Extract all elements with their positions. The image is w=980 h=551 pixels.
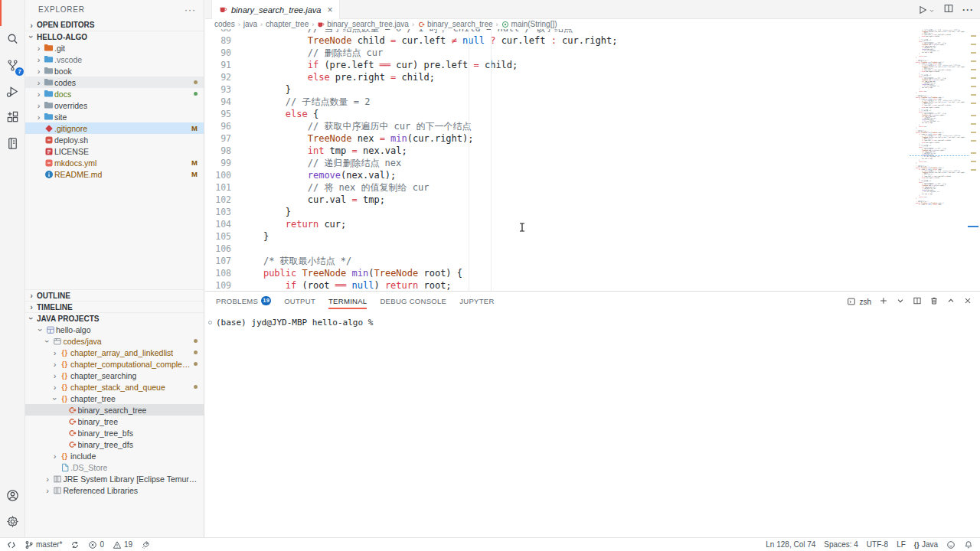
java-node-chapter_computational_complexity[interactable]: ›{}chapter_computational_complexity <box>25 358 204 370</box>
status-language-mode[interactable]: {}Java <box>914 538 938 551</box>
java-file-icon <box>219 3 227 17</box>
line-text: // 将 nex 的值复制给 cur <box>231 181 429 194</box>
minimap[interactable]: // 当子结点数量 = 0 / 1 时， child = null / 该子结点… <box>911 29 966 220</box>
outline-section[interactable]: › OUTLINE <box>25 289 204 301</box>
breadcrumb-item-chapter-tree[interactable]: chapter_tree <box>266 20 309 28</box>
file-overrides[interactable]: ›overrides <box>25 99 204 111</box>
breadcrumb-item-binary-search-tree[interactable]: binary_search_tree <box>417 20 493 28</box>
file-docs[interactable]: ›docs <box>25 88 204 99</box>
file-mkdocs.yml[interactable]: mkdocs.ymlM <box>25 157 204 168</box>
item-label: JRE System Library [Eclipse Temurin 17 [… <box>64 474 198 484</box>
code-editor[interactable]: 88 // 当子结点数量 = 0 / 1 时， child = null / 该… <box>205 29 911 291</box>
maximize-panel-button[interactable] <box>946 295 956 308</box>
terminal-profile-dropdown[interactable] <box>896 295 905 308</box>
status-eol[interactable]: LF <box>897 538 906 551</box>
file-site[interactable]: ›site <box>25 111 204 122</box>
line-text: } <box>231 83 291 96</box>
square-icon <box>43 158 54 168</box>
breadcrumb-item-java[interactable]: java <box>243 20 257 28</box>
close-panel-button[interactable] <box>963 295 972 308</box>
activity-item-notebook[interactable] <box>0 130 24 156</box>
java-file-icon <box>317 21 325 28</box>
activity-item-search[interactable] <box>0 26 24 52</box>
file-.git[interactable]: ›.git <box>25 42 204 54</box>
code-line: 104 return cur; <box>205 218 911 230</box>
java-node-chapter_tree[interactable]: ›{}chapter_tree <box>25 393 204 404</box>
panel-tab-problems[interactable]: PROBLEMS19 <box>216 294 271 308</box>
java-node-JRE System Library [Eclipse Temurin 17 [17...[interactable]: ›JRE System Library [Eclipse Temurin 17 … <box>25 473 204 484</box>
warning-icon <box>113 540 122 549</box>
status-encoding[interactable]: UTF-8 <box>867 538 888 551</box>
file-book[interactable]: ›book <box>25 65 204 77</box>
status-cursor-position[interactable]: Ln 128, Col 74 <box>766 538 815 551</box>
status-git-branch[interactable]: master* <box>24 538 62 551</box>
panel-tab-terminal[interactable]: TERMINAL <box>328 294 367 308</box>
breadcrumb-item-codes[interactable]: codes <box>214 20 235 28</box>
panel-tab-debug-console[interactable]: DEBUG CONSOLE <box>380 294 446 308</box>
item-label: codes <box>54 78 76 87</box>
line-number: 107 <box>205 255 231 267</box>
status-feedback[interactable] <box>946 538 956 551</box>
java-node-chapter_stack_and_queue[interactable]: ›{}chapter_stack_and_queue <box>25 381 204 393</box>
java-node-binary_search_tree[interactable]: binary_search_tree <box>25 404 204 416</box>
views-and-more-actions-icon[interactable]: ··· <box>185 5 196 15</box>
file-LICENSE[interactable]: LICENSE <box>25 145 204 157</box>
java-node-.DS_Store[interactable]: .DS_Store <box>25 461 204 473</box>
folder-icon <box>43 77 54 87</box>
activity-item-settings[interactable] <box>0 508 24 534</box>
explorer-sidebar: EXPLORER ··· › OPEN EDITORS › HELLO-ALGO… <box>25 0 204 537</box>
open-editors-section[interactable]: › OPEN EDITORS <box>25 19 204 31</box>
java-node-binary_tree_dfs[interactable]: binary_tree_dfs <box>25 439 204 450</box>
status-indentation[interactable]: Spaces: 4 <box>824 538 858 551</box>
active-terminal-item[interactable]: zsh <box>847 297 871 306</box>
modified-dot-icon <box>194 362 198 366</box>
file-codes[interactable]: ›codes <box>25 77 204 88</box>
run-java-button[interactable] <box>917 5 935 15</box>
activity-item-explorer[interactable] <box>0 0 24 26</box>
root-folder-section[interactable]: › HELLO-ALGO <box>25 31 204 42</box>
java-node-chapter_searching[interactable]: ›{}chapter_searching <box>25 370 204 381</box>
breadcrumb-item-main-String-[interactable]: main(String[]) <box>501 20 557 28</box>
close-icon[interactable]: × <box>327 6 332 14</box>
java-node-chapter_array_and_linkedlist[interactable]: ›{}chapter_array_and_linkedlist <box>25 347 204 358</box>
activity-item-source-control[interactable]: 7 <box>0 52 24 78</box>
file-.vscode[interactable]: ›.vscode <box>25 54 204 65</box>
java-node-codes/java[interactable]: ›codes/java <box>25 335 204 347</box>
panel-tab-jupyter[interactable]: JUPYTER <box>459 294 494 308</box>
breadcrumb-item-binary-search-tree-java[interactable]: binary_search_tree.java <box>317 20 409 28</box>
ruler-mark <box>971 35 976 37</box>
status-errors[interactable]: 0 <box>88 538 104 551</box>
line-number: 89 <box>205 34 231 47</box>
tab-binary-search-tree-java[interactable]: binary_search_tree.java × <box>211 0 340 19</box>
terminal-content[interactable]: (base) jyd@JYD-MBP hello-algo % <box>208 317 980 328</box>
overview-ruler[interactable] <box>966 0 980 291</box>
new-terminal-button[interactable] <box>879 295 888 308</box>
activity-item-account[interactable] <box>0 482 24 508</box>
java-node-hello-algo[interactable]: ›hello-algo <box>25 324 204 335</box>
file-README.md[interactable]: README.mdM <box>25 168 204 180</box>
panel-tab-output[interactable]: OUTPUT <box>284 294 315 308</box>
java-projects-section[interactable]: › JAVA PROJECTS <box>25 312 204 324</box>
status-java-lightweight-mode[interactable] <box>141 538 150 551</box>
java-node-binary_tree_bfs[interactable]: binary_tree_bfs <box>25 427 204 439</box>
status-notifications[interactable] <box>964 538 973 551</box>
breadcrumb-label: main(String[]) <box>511 20 557 28</box>
split-terminal-button[interactable] <box>913 295 922 308</box>
status-warnings[interactable]: 19 <box>113 538 132 551</box>
java-node-include[interactable]: ›{}include <box>25 450 204 461</box>
chevron-right-icon: › <box>51 383 59 392</box>
split-editor-button[interactable] <box>943 3 954 17</box>
status-sync[interactable] <box>70 538 80 551</box>
file-.gitignore[interactable]: .gitignoreM <box>25 122 204 134</box>
java-node-binary_tree[interactable]: binary_tree <box>25 416 204 427</box>
timeline-section[interactable]: › TIMELINE <box>25 301 204 312</box>
project-glyph <box>46 325 55 334</box>
kill-terminal-button[interactable] <box>929 295 939 308</box>
activity-item-run-debug[interactable] <box>0 78 24 104</box>
item-decorations: M <box>191 124 198 132</box>
java-node-Referenced Libraries[interactable]: ›Referenced Libraries <box>25 484 204 496</box>
code-line: 106 <box>205 243 911 255</box>
file-deploy.sh[interactable]: deploy.sh <box>25 134 204 145</box>
activity-item-extensions[interactable] <box>0 104 24 130</box>
status-remote-indicator[interactable] <box>7 538 16 551</box>
